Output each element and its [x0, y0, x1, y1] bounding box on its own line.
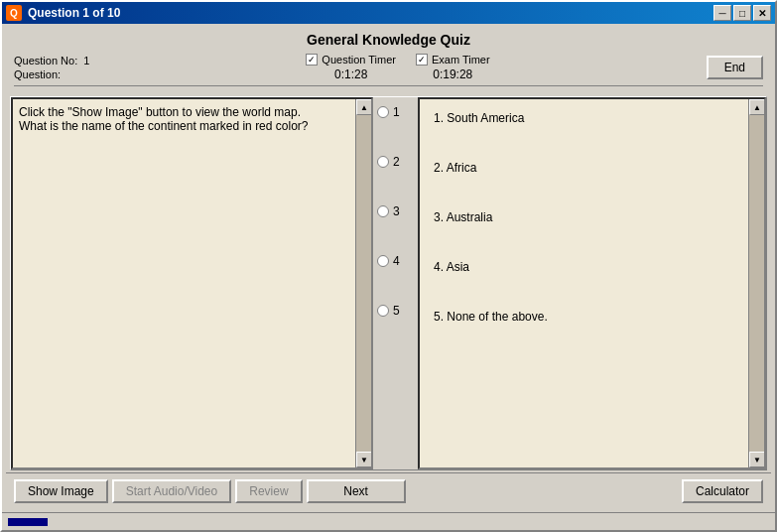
radio-1-circle[interactable]	[377, 106, 389, 118]
info-row: Question No: 1 Question: ✓ Question Time…	[14, 54, 763, 81]
radio-3-circle[interactable]	[377, 205, 389, 217]
radio-3-label: 3	[393, 204, 400, 218]
question-text: Click the "Show Image" button to view th…	[13, 99, 371, 467]
question-timer-label: ✓ Question Timer	[306, 54, 396, 66]
question-no-label: Question No:	[14, 55, 77, 66]
radio-item-5[interactable]: 5	[377, 304, 418, 318]
scroll-track	[356, 115, 371, 452]
start-audio-video-button[interactable]: Start Audio/Video	[112, 479, 232, 503]
app-icon: Q	[6, 5, 22, 21]
bottom-toolbar: Show Image Start Audio/Video Review Next…	[6, 472, 771, 508]
radio-item-2[interactable]: 2	[377, 155, 418, 169]
question-timer-checkbox: ✓	[306, 54, 318, 66]
question-no-line: Question No: 1	[14, 55, 89, 66]
answers-scroll-down[interactable]: ▼	[749, 452, 765, 467]
question-line: Question:	[14, 68, 89, 80]
answers-scroll-up[interactable]: ▲	[749, 99, 765, 115]
toolbar-left: Show Image Start Audio/Video Review Next	[14, 479, 406, 503]
question-info: Question No: 1 Question:	[14, 55, 89, 80]
show-image-button[interactable]: Show Image	[14, 479, 108, 503]
review-button[interactable]: Review	[235, 479, 302, 503]
question-no-value: 1	[83, 55, 89, 66]
radio-5-circle[interactable]	[377, 305, 389, 317]
scroll-down-arrow[interactable]: ▼	[356, 452, 372, 467]
status-bar	[2, 512, 775, 530]
question-label: Question:	[14, 68, 61, 80]
exam-timer: ✓ Exam Timer 0:19:28	[416, 54, 490, 81]
radio-2-circle[interactable]	[377, 156, 389, 168]
window-title: Question 1 of 10	[28, 6, 713, 20]
answers-scrollbar: ▲ ▼	[748, 99, 764, 467]
radio-2-label: 2	[393, 155, 400, 169]
radio-item-4[interactable]: 4	[377, 254, 418, 268]
answer-2[interactable]: 2. Africa	[428, 157, 756, 179]
answer-4[interactable]: 4. Asia	[428, 256, 756, 278]
title-bar: Q Question 1 of 10 ─ □ ✕	[2, 2, 775, 24]
close-button[interactable]: ✕	[753, 5, 771, 21]
answer-3[interactable]: 3. Australia	[428, 206, 756, 228]
answers-inner: 1. South America 2. Africa 3. Australia …	[420, 99, 764, 363]
radio-4-circle[interactable]	[377, 255, 389, 267]
content-area: General Knowledge Quiz Question No: 1 Qu…	[2, 24, 775, 512]
question-text-panel: Click the "Show Image" button to view th…	[11, 97, 373, 469]
question-timer-text: Question Timer	[322, 54, 396, 66]
exam-timer-text: Exam Timer	[432, 54, 490, 66]
exam-timer-value: 0:19:28	[433, 67, 472, 81]
main-window: Q Question 1 of 10 ─ □ ✕ General Knowled…	[0, 0, 777, 532]
answers-panel: 1. South America 2. Africa 3. Australia …	[418, 97, 766, 469]
answer-5[interactable]: 5. None of the above.	[428, 306, 756, 328]
status-indicator	[8, 518, 48, 526]
quiz-title: General Knowledge Quiz	[14, 32, 763, 48]
radio-item-1[interactable]: 1	[377, 105, 418, 119]
radio-panel: 1 2 3 4 5	[373, 97, 418, 469]
exam-timer-label: ✓ Exam Timer	[416, 54, 490, 66]
radio-4-label: 4	[393, 254, 400, 268]
header-divider	[14, 85, 763, 86]
next-button[interactable]: Next	[307, 479, 406, 503]
top-area: General Knowledge Quiz Question No: 1 Qu…	[6, 28, 771, 94]
window-controls: ─ □ ✕	[713, 5, 771, 21]
question-timer-value: 0:1:28	[334, 67, 367, 81]
question-line2: What is the name of the continent marked…	[19, 119, 309, 133]
question-scrollbar: ▲ ▼	[355, 99, 371, 467]
radio-item-3[interactable]: 3	[377, 204, 418, 218]
question-timer: ✓ Question Timer 0:1:28	[306, 54, 396, 81]
question-line1: Click the "Show Image" button to view th…	[19, 105, 301, 119]
answer-1[interactable]: 1. South America	[428, 107, 756, 129]
calculator-button[interactable]: Calculator	[682, 479, 763, 503]
radio-5-label: 5	[393, 304, 400, 318]
exam-timer-checkbox: ✓	[416, 54, 428, 66]
answers-scroll-track	[749, 115, 764, 452]
minimize-button[interactable]: ─	[713, 5, 731, 21]
maximize-button[interactable]: □	[733, 5, 751, 21]
scroll-up-arrow[interactable]: ▲	[356, 99, 372, 115]
radio-1-label: 1	[393, 105, 400, 119]
end-button[interactable]: End	[707, 56, 763, 79]
question-area: Click the "Show Image" button to view th…	[10, 96, 767, 470]
timer-section: ✓ Question Timer 0:1:28 ✓ Exam Timer 0:1…	[306, 54, 489, 81]
